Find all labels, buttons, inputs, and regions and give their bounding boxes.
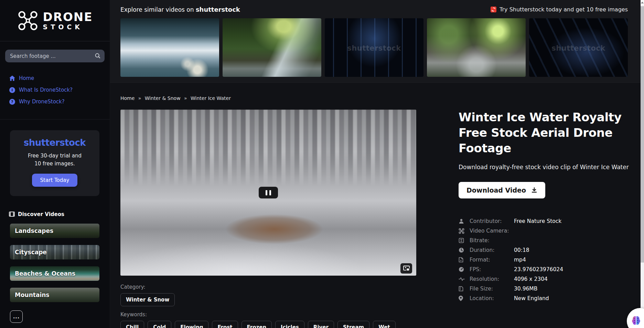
pause-icon	[269, 190, 271, 195]
breadcrumb-winter-snow[interactable]: Winter & Snow	[145, 95, 181, 101]
pause-button[interactable]	[259, 187, 278, 198]
meta-row-contributor: Contributor: Free Nature Stock	[459, 218, 643, 225]
meta-row-video-camera: Video Camera:	[459, 227, 643, 235]
search-input[interactable]	[5, 50, 105, 62]
similar-video-thumbnail-1[interactable]	[120, 18, 219, 77]
drone-icon	[459, 228, 465, 234]
page-scrollbar[interactable]	[641, 0, 644, 328]
page-title: Winter Ice Water Royalty Free Stock Aeri…	[459, 110, 643, 156]
category-chip-winter-snow[interactable]: Winter & Snow	[120, 293, 175, 306]
zip-file-icon	[459, 286, 465, 291]
breadcrumb: Home » Winter & Snow » Winter Ice Water	[120, 95, 644, 101]
keywords-label: Keywords:	[120, 311, 416, 318]
logo-text: DRONE STOCK	[43, 11, 93, 30]
keyword-chip[interactable]: River	[308, 321, 334, 328]
page-subtitle: Download royalty-free stock video clip o…	[459, 164, 643, 171]
keyword-chip[interactable]: Flowing	[175, 321, 208, 328]
activity-icon	[459, 277, 465, 281]
similar-video-thumbnail-3[interactable]: shutterstock	[325, 18, 423, 77]
keyword-chip[interactable]: Icicles	[275, 321, 304, 328]
try-shutterstock-link[interactable]: Try Shutterstock today and get 10 free i…	[491, 6, 628, 13]
similar-video-thumbnail-5[interactable]: shutterstock	[529, 18, 628, 77]
keyword-chip[interactable]: Chill	[120, 321, 144, 328]
similar-video-thumbnail-2[interactable]	[223, 18, 321, 77]
nav-item-what-is[interactable]: i What Is DroneStock?	[9, 87, 110, 93]
nav-label: Why DroneStock?	[19, 99, 65, 105]
meta-row-file-size: File Size: 30.96MB	[459, 285, 643, 293]
more-categories-button[interactable]: ...	[10, 310, 23, 323]
category-card-mountains[interactable]: Mountains	[10, 288, 99, 302]
nav-item-home[interactable]: Home	[9, 75, 110, 81]
meta-row-duration: Duration: 00:18	[459, 247, 643, 254]
bitrate-icon	[459, 238, 465, 243]
gauge-icon	[459, 267, 465, 272]
breadcrumb-separator: »	[184, 95, 187, 101]
meta-row-bitrate: Bitrate:	[459, 237, 643, 244]
nav-item-why[interactable]: ? Why DroneStock?	[9, 99, 110, 105]
download-icon	[531, 187, 537, 193]
drone-logo-icon	[17, 10, 39, 31]
keyword-chip[interactable]: Cold	[148, 321, 171, 328]
shutterstock-wordmark: shutterstock	[196, 6, 240, 13]
breadcrumb-current: Winter Ice Water	[191, 95, 231, 101]
download-video-button[interactable]: Download Video	[459, 182, 545, 198]
video-metadata-list: Contributor: Free Nature Stock	[459, 218, 643, 302]
nav-label: Home	[19, 75, 34, 81]
scrollbar-up-arrow[interactable]	[641, 0, 644, 5]
breadcrumb-home[interactable]: Home	[120, 95, 135, 101]
video-player[interactable]	[120, 110, 416, 276]
file-video-icon	[459, 257, 465, 263]
picture-in-picture-button[interactable]	[400, 263, 412, 274]
similar-video-thumbnail-4[interactable]	[427, 18, 526, 77]
category-card-beaches-oceans[interactable]: Beaches & Oceans	[10, 266, 99, 281]
clock-icon	[459, 247, 465, 253]
question-icon: ?	[9, 99, 15, 105]
discover-videos-heading: Discover Videos	[9, 211, 110, 217]
watermark-text: shutterstock	[325, 44, 423, 52]
shutterstock-badge-icon	[491, 7, 496, 12]
location-icon	[459, 296, 465, 301]
pause-icon	[266, 190, 267, 195]
home-icon	[9, 75, 15, 81]
keyword-chip[interactable]: Wet	[373, 321, 395, 328]
meta-row-resolution: Resolution: 4096 x 2304	[459, 276, 643, 283]
scrollbar-thumb[interactable]	[641, 6, 644, 263]
category-card-cityscape[interactable]: Cityscape	[10, 245, 99, 259]
nav-label: What Is DroneStock?	[19, 87, 73, 93]
sidebar-divider	[0, 119, 110, 120]
keyword-chip-row: Chill Cold Flowing Frost Frozen Icicles …	[120, 321, 416, 328]
start-today-button[interactable]: Start Today	[32, 174, 78, 187]
category-card-list: Landscapes Cityscape Beaches & Oceans Mo…	[10, 224, 110, 302]
category-label: Category:	[120, 284, 416, 290]
category-card-landscapes[interactable]: Landscapes	[10, 224, 99, 238]
film-icon	[9, 212, 15, 217]
keyword-chip[interactable]: Frost	[212, 321, 238, 328]
sidebar: DRONE STOCK Home i What Is DroneStock? ?	[0, 0, 110, 328]
similar-video-thumbnails: shutterstock shutterstock	[120, 18, 644, 77]
keyword-chip[interactable]: Frozen	[242, 321, 272, 328]
promo-text: Free 30-day trial and 10 free images.	[15, 152, 95, 168]
explore-similar-heading: Explore similar videos on shutterstock	[120, 6, 240, 13]
dronestock-logo[interactable]: DRONE STOCK	[0, 0, 110, 41]
watermark-text: shutterstock	[529, 44, 628, 52]
similar-videos-strip: Explore similar videos on shutterstock T…	[110, 0, 644, 83]
breadcrumb-separator: »	[138, 95, 141, 101]
user-icon	[459, 218, 465, 224]
meta-row-fps: FPS: 23.976023976024	[459, 266, 643, 273]
shutterstock-promo-card: shutterstock Free 30-day trial and 10 fr…	[10, 130, 99, 196]
main-area: Explore similar videos on shutterstock T…	[110, 0, 644, 328]
search-icon[interactable]	[95, 53, 101, 59]
keyword-chip[interactable]: Stream	[337, 321, 369, 328]
video-frame-art	[120, 110, 416, 186]
shutterstock-logo: shutterstock	[15, 137, 95, 148]
meta-row-location: Location: New England	[459, 295, 643, 302]
meta-row-format: Format: mp4	[459, 256, 643, 264]
sidebar-nav: Home i What Is DroneStock? ? Why DroneSt…	[9, 75, 110, 105]
info-icon: i	[9, 87, 15, 93]
